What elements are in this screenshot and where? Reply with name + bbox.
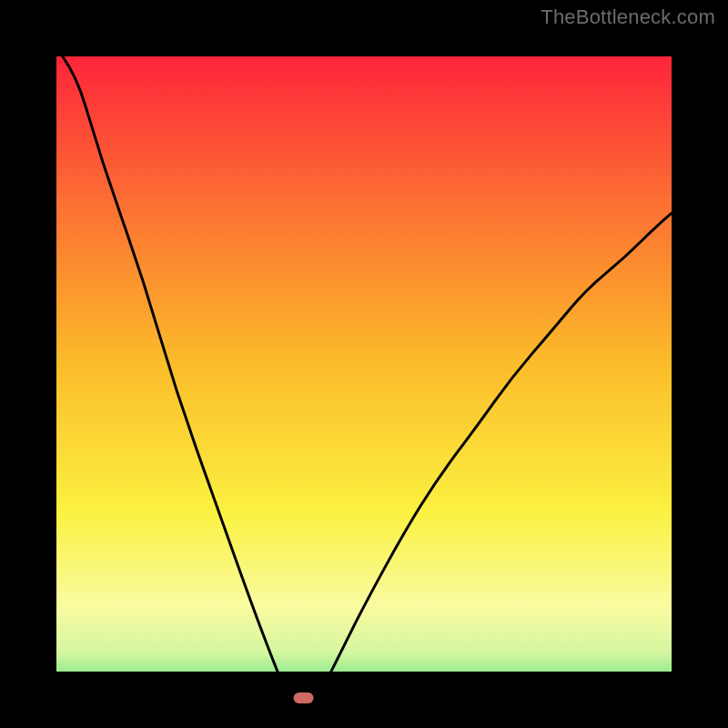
plot-background [28, 28, 700, 700]
chart-container: TheBottleneck.com [0, 0, 728, 728]
optimal-point-marker [294, 693, 314, 703]
watermark-text: TheBottleneck.com [541, 5, 715, 29]
bottleneck-chart [0, 0, 728, 728]
